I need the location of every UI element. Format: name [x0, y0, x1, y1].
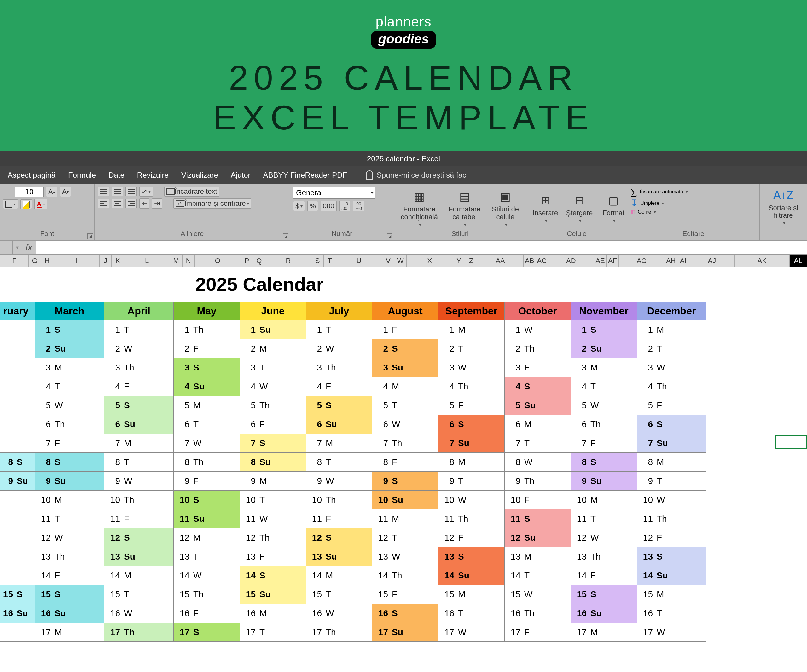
- calendar-cell[interactable]: 7Su: [637, 434, 706, 453]
- calendar-cell[interactable]: 10M: [35, 490, 104, 510]
- calendar-cell[interactable]: 10Th: [306, 490, 372, 510]
- column-header[interactable]: H: [41, 255, 53, 267]
- calendar-cell[interactable]: 8M: [637, 453, 706, 472]
- column-header[interactable]: AI: [677, 255, 689, 267]
- calendar-cell[interactable]: 17M: [35, 623, 104, 642]
- calendar-cell[interactable]: 1M: [637, 320, 706, 339]
- calendar-cell[interactable]: 6Su: [306, 415, 372, 434]
- calendar-cell[interactable]: 9Su: [571, 472, 637, 490]
- calendar-cell[interactable]: 10Th: [105, 490, 173, 510]
- calendar-cell[interactable]: 15T: [105, 585, 173, 604]
- delete-button[interactable]: ⊟ Ștergere: [564, 192, 595, 224]
- calendar-cell[interactable]: 16M: [240, 604, 306, 623]
- calendar-cell[interactable]: [0, 566, 35, 585]
- name-box[interactable]: [0, 241, 13, 254]
- calendar-cell[interactable]: [0, 434, 35, 453]
- ribbon-tab[interactable]: Revizuire: [137, 171, 169, 180]
- calendar-cell[interactable]: 7W: [174, 434, 239, 453]
- calendar-cell[interactable]: 10M: [571, 490, 637, 510]
- calendar-cell[interactable]: 7M: [105, 434, 173, 453]
- calendar-cell[interactable]: 17Th: [105, 623, 173, 642]
- calendar-cell[interactable]: 2M: [240, 339, 306, 358]
- align-right-button[interactable]: [125, 199, 137, 208]
- ribbon-tab[interactable]: Formule: [68, 171, 96, 180]
- calendar-cell[interactable]: 11F: [105, 510, 173, 528]
- calendar-cell[interactable]: 16S: [372, 604, 438, 623]
- calendar-cell[interactable]: 17Th: [306, 623, 372, 642]
- calendar-cell[interactable]: 6Th: [571, 415, 637, 434]
- calendar-cell[interactable]: [0, 358, 35, 377]
- calendar-cell[interactable]: 5S: [105, 396, 173, 415]
- calendar-cell[interactable]: [0, 528, 35, 547]
- calendar-cell[interactable]: 1T: [306, 320, 372, 339]
- column-header[interactable]: O: [195, 255, 241, 267]
- calendar-cell[interactable]: 14F: [571, 566, 637, 585]
- percent-format-button[interactable]: %: [307, 201, 318, 211]
- calendar-cell[interactable]: 7F: [35, 434, 104, 453]
- calendar-cell[interactable]: 17S: [174, 623, 239, 642]
- calendar-cell[interactable]: 12Th: [240, 528, 306, 547]
- calendar-cell[interactable]: 13S: [637, 547, 706, 566]
- calendar-cell[interactable]: 8W: [505, 453, 571, 472]
- calendar-cell[interactable]: 7M: [306, 434, 372, 453]
- align-bottom-button[interactable]: [125, 187, 137, 196]
- calendar-cell[interactable]: 7F: [571, 434, 637, 453]
- calendar-cell[interactable]: 14M: [306, 566, 372, 585]
- calendar-cell[interactable]: [0, 396, 35, 415]
- column-header[interactable]: X: [407, 255, 453, 267]
- calendar-cell[interactable]: 11T: [35, 510, 104, 528]
- decrease-indent-button[interactable]: ⇤: [139, 199, 149, 209]
- calendar-cell[interactable]: 8S: [35, 453, 104, 472]
- column-header[interactable]: M: [170, 255, 183, 267]
- calendar-cell[interactable]: 6W: [372, 415, 438, 434]
- calendar-cell[interactable]: 3F: [505, 358, 571, 377]
- ribbon-tab[interactable]: Ajutor: [231, 171, 251, 180]
- calendar-cell[interactable]: 11Th: [438, 510, 504, 528]
- calendar-cell[interactable]: 11Su: [174, 510, 239, 528]
- calendar-cell[interactable]: 10T: [240, 490, 306, 510]
- calendar-cell[interactable]: 13Su: [105, 547, 173, 566]
- calendar-cell[interactable]: 8F: [372, 453, 438, 472]
- accounting-format-button[interactable]: $: [293, 201, 305, 211]
- calendar-cell[interactable]: 15S: [0, 585, 35, 604]
- calendar-cell[interactable]: 11W: [240, 510, 306, 528]
- calendar-cell[interactable]: 6Th: [35, 415, 104, 434]
- column-header[interactable]: AD: [548, 255, 594, 267]
- calendar-cell[interactable]: 9F: [174, 472, 239, 490]
- borders-button[interactable]: [3, 199, 18, 209]
- calendar-cell[interactable]: 4T: [571, 377, 637, 396]
- column-header[interactable]: AL: [790, 255, 807, 267]
- calendar-cell[interactable]: 8T: [105, 453, 173, 472]
- calendar-cell[interactable]: 15S: [571, 585, 637, 604]
- conditional-formatting-button[interactable]: ▦ Formatare condițională: [397, 188, 441, 228]
- calendar-cell[interactable]: 3Su: [372, 358, 438, 377]
- column-header[interactable]: AK: [735, 255, 790, 267]
- comma-format-button[interactable]: 000: [320, 201, 337, 211]
- calendar-cell[interactable]: 17F: [505, 623, 571, 642]
- calendar-cell[interactable]: 15Th: [174, 585, 239, 604]
- calendar-cell[interactable]: 9W: [105, 472, 173, 490]
- calendar-cell[interactable]: 4Su: [174, 377, 239, 396]
- calendar-cell[interactable]: 13Su: [306, 547, 372, 566]
- column-header[interactable]: F: [0, 255, 29, 267]
- calendar-cell[interactable]: 14S: [240, 566, 306, 585]
- calendar-cell[interactable]: 17Su: [372, 623, 438, 642]
- column-header[interactable]: AA: [477, 255, 523, 267]
- calendar-cell[interactable]: 4Th: [438, 377, 504, 396]
- calendar-cell[interactable]: 6S: [637, 415, 706, 434]
- number-dialog-launcher[interactable]: ◢: [387, 233, 392, 239]
- calendar-cell[interactable]: 3S: [174, 358, 239, 377]
- increase-decimal-button[interactable]: ←0 .00: [339, 201, 350, 212]
- calendar-cell[interactable]: 3M: [571, 358, 637, 377]
- column-header[interactable]: R: [266, 255, 311, 267]
- column-header[interactable]: Z: [465, 255, 478, 267]
- calendar-cell[interactable]: 7T: [505, 434, 571, 453]
- calendar-cell[interactable]: 13Th: [571, 547, 637, 566]
- calendar-cell[interactable]: 16W: [306, 604, 372, 623]
- calendar-cell[interactable]: [0, 415, 35, 434]
- calendar-cell[interactable]: 9Th: [505, 472, 571, 490]
- formula-input[interactable]: [36, 241, 807, 254]
- calendar-cell[interactable]: 3T: [240, 358, 306, 377]
- calendar-cell[interactable]: 1Th: [174, 320, 239, 339]
- calendar-cell[interactable]: 13Th: [35, 547, 104, 566]
